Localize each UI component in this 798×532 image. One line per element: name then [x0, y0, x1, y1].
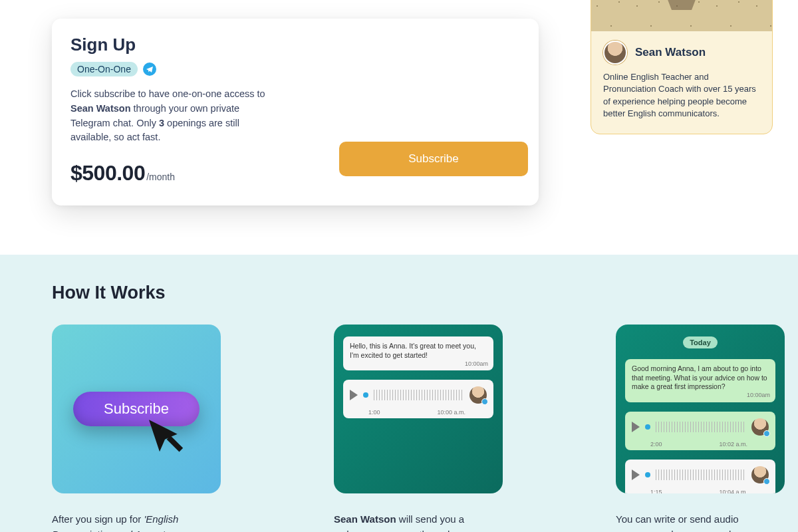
step-2: Hello, this is Anna. It's great to meet … — [334, 325, 503, 532]
price-amount: $500.00 — [70, 161, 145, 186]
mic-icon — [763, 478, 770, 485]
cursor-icon — [144, 416, 186, 462]
signup-card: Sign Up One-On-One Click subscribe to ha… — [52, 19, 539, 205]
instructor-name: Sean Watson — [635, 46, 706, 59]
subscribe-button[interactable]: Subscribe — [339, 142, 528, 176]
mic-icon — [481, 398, 488, 405]
one-on-one-badge: One-On-One — [70, 62, 138, 76]
play-icon — [632, 469, 640, 480]
instructor-bio: Online English Teacher and Pronunciation… — [591, 71, 772, 120]
step-2-description: Sean Watson will send you a welcome mess… — [334, 512, 503, 532]
mini-avatar — [751, 418, 769, 436]
chat-bubble: Good morning Anna, I am about to go into… — [625, 359, 775, 402]
voice-timestamp: 10:04 a.m. — [719, 489, 747, 493]
voice-bubble: 1:00 10:00 a.m. — [343, 380, 493, 418]
chat-text: Hello, this is Anna. It's great to meet … — [350, 342, 476, 359]
waveform — [656, 422, 746, 432]
how-it-works-section: How It Works Subscribe After you sign up… — [0, 255, 798, 532]
step-1: Subscribe After you sign up for 'English… — [52, 325, 221, 532]
today-pill: Today — [683, 336, 718, 348]
step-1-description: After you sign up for 'English Pronuncia… — [52, 512, 221, 532]
instructor-video-thumb[interactable] — [591, 0, 772, 31]
signup-description: Click subscribe to have one-on-one acces… — [70, 87, 270, 145]
play-icon — [632, 422, 640, 432]
step-3: Today Good morning Anna, I am about to g… — [616, 325, 785, 532]
instructor-avatar — [603, 41, 627, 65]
openings-count: 3 — [159, 118, 164, 128]
progress-dot — [363, 392, 368, 398]
mini-avatar — [469, 386, 487, 404]
step-text-strong: Sean Watson — [334, 513, 396, 525]
voice-duration: 1:00 — [368, 409, 380, 416]
instructor-row: Sean Watson — [591, 31, 772, 71]
progress-dot — [645, 472, 650, 477]
mini-avatar — [751, 466, 769, 483]
voice-timestamp: 10:00 a.m. — [437, 409, 466, 416]
svg-rect-0 — [167, 436, 184, 452]
voice-duration: 2:00 — [650, 441, 662, 448]
play-icon — [350, 390, 358, 400]
step-3-illustration: Today Good morning Anna, I am about to g… — [616, 325, 785, 493]
chat-time: 10:00am — [465, 360, 488, 368]
price-period: /month — [146, 172, 175, 182]
voice-bubble: 1:15 10:04 a.m. — [625, 460, 775, 493]
voice-duration: 1:15 — [650, 489, 662, 493]
chat-time: 10:00am — [747, 392, 770, 400]
step-2-illustration: Hello, this is Anna. It's great to meet … — [334, 325, 503, 493]
step-text: After you sign up for — [52, 513, 144, 525]
signup-title: Sign Up — [70, 35, 520, 55]
step-1-illustration: Subscribe — [52, 325, 221, 493]
waveform — [656, 469, 746, 480]
step-3-description: You can write or send audio messages whe… — [616, 512, 785, 532]
voice-bubble: 2:00 10:02 a.m. — [625, 412, 775, 450]
mic-icon — [763, 430, 770, 437]
telegram-icon — [143, 63, 156, 76]
coach-name: Sean Watson — [70, 103, 131, 114]
chat-text: Good morning Anna, I am about to go into… — [632, 364, 767, 390]
steps-row: Subscribe After you sign up for 'English… — [52, 325, 746, 532]
badge-row: One-On-One — [70, 62, 520, 76]
instructor-card: Sean Watson Online English Teacher and P… — [591, 0, 773, 134]
desc-text: Click subscribe to have one-on-one acces… — [70, 88, 265, 99]
how-it-works-title: How It Works — [52, 283, 746, 303]
waveform — [374, 390, 464, 400]
voice-timestamp: 10:02 a.m. — [719, 441, 747, 448]
progress-dot — [645, 424, 650, 430]
chat-bubble: Hello, this is Anna. It's great to meet … — [343, 336, 493, 370]
